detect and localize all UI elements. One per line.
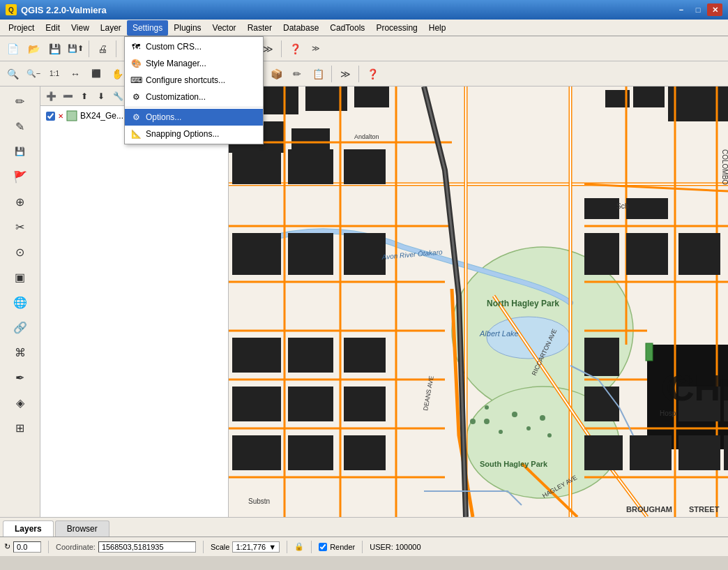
svg-rect-59 (626, 198, 668, 219)
move-layer-up-button[interactable]: ⬆ (77, 89, 92, 104)
tab-layers[interactable]: Layers (3, 520, 54, 537)
tab-browser[interactable]: Browser (55, 520, 109, 537)
svg-rect-44 (288, 149, 333, 184)
save-edits-button[interactable]: 💾 (8, 140, 32, 163)
attribute-table-button[interactable]: 📋 (308, 64, 328, 84)
menu-separator (125, 107, 263, 107)
menu-raster[interactable]: Raster (242, 20, 278, 36)
svg-point-72 (499, 430, 503, 434)
text-tool-button[interactable]: ✒ (8, 366, 32, 389)
svg-rect-46 (232, 233, 281, 275)
menu-layer[interactable]: Layer (95, 20, 127, 36)
svg-point-74 (526, 426, 531, 430)
svg-point-75 (540, 415, 545, 421)
svg-rect-0 (67, 111, 77, 121)
move-layer-down-button[interactable]: ⬇ (93, 89, 109, 104)
menu-view[interactable]: View (66, 20, 95, 36)
style-manager-icon: 🎨 (130, 58, 142, 69)
menu-customization[interactable]: ⚙ Customization... (125, 89, 263, 105)
svg-rect-61 (626, 233, 668, 275)
lock-icon[interactable]: 🔒 (294, 542, 304, 551)
svg-text:South Hagley Park: South Hagley Park (480, 460, 548, 468)
svg-point-76 (547, 433, 552, 437)
coordinate-label: Coordinate: (56, 543, 96, 551)
open-project-button[interactable]: 📂 (24, 39, 43, 59)
separator-1 (89, 40, 89, 57)
svg-text:BROUGHAM: BROUGHAM (626, 505, 672, 513)
menu-options[interactable]: ⚙ Options... (125, 109, 263, 126)
layer-more-button[interactable]: ≫ (335, 64, 355, 84)
cmd-button[interactable]: ⌘ (8, 340, 32, 364)
split-button[interactable]: ✂ (8, 215, 32, 239)
layer-visibility-check[interactable] (46, 112, 55, 121)
svg-point-73 (512, 412, 517, 417)
toolbar-main: 📄 📂 💾 💾⬆ 🖨 ↩ ↪ ⚙ ℹ ↖ 📏 ≫ ❓ ≫ (0, 36, 728, 61)
menu-style-manager[interactable]: 🎨 Style Manager... (125, 55, 263, 72)
svg-text:Substn: Substn (248, 497, 270, 505)
menu-cadtools[interactable]: CadTools (324, 20, 370, 36)
edit-tool-button[interactable]: ✏ (8, 89, 32, 113)
svg-rect-79 (646, 343, 653, 361)
link-button[interactable]: 🔗 (8, 315, 32, 339)
snapping-icon: 📐 (130, 128, 142, 140)
tab-bar: Layers Browser (0, 517, 728, 537)
layer-options-button[interactable]: 🔧 (110, 89, 126, 104)
zoom-actual-button[interactable]: 1:1 (45, 64, 64, 84)
menu-project[interactable]: Project (3, 20, 40, 36)
zoom-fit-button[interactable]: ↔ (66, 64, 85, 84)
menu-settings[interactable]: Settings (127, 20, 168, 36)
menu-edit[interactable]: Edit (40, 20, 66, 36)
new-project-button[interactable]: 📄 (3, 39, 22, 59)
menu-custom-crs[interactable]: 🗺 Custom CRS... (125, 38, 263, 55)
zoom-out-button[interactable]: 🔍− (24, 64, 43, 84)
print-button[interactable]: 🖨 (93, 39, 112, 59)
map-area[interactable]: CHR (229, 87, 728, 517)
map-help-button[interactable]: ❓ (363, 64, 382, 84)
svg-rect-52 (232, 387, 281, 421)
style-tool-button[interactable]: ◈ (8, 391, 32, 414)
toolbar-map: 🔍 🔍− 1:1 ↔ ⬛ ✋ ⬅ ➡ 🔄 ℹ 📏 📐 📦 ✏ 📋 ≫ ❓ (0, 61, 728, 87)
menu-help[interactable]: Help (423, 20, 452, 36)
add-layer-button[interactable]: ➕ (43, 89, 59, 104)
help-button[interactable]: ❓ (285, 39, 305, 59)
add-point-button[interactable]: ⊕ (8, 190, 32, 213)
menu-plugins[interactable]: Plugins (168, 20, 206, 36)
close-button[interactable]: ✕ (707, 3, 722, 16)
minimize-button[interactable]: − (674, 3, 689, 16)
reshape-button[interactable]: ⊙ (8, 240, 32, 264)
scale-combo[interactable]: 1:21,776 ▼ (232, 541, 280, 553)
status-sep-3 (287, 541, 287, 553)
svg-rect-48 (344, 233, 386, 275)
menu-database[interactable]: Database (278, 20, 324, 36)
select-region-button[interactable]: ▣ (8, 265, 32, 289)
add-feature-button[interactable]: 🚩 (8, 165, 32, 188)
coordinate-input[interactable] (98, 541, 196, 553)
grid-tool-button[interactable]: ⊞ (8, 416, 32, 440)
svg-rect-47 (288, 233, 333, 275)
scale-dropdown-icon[interactable]: ▼ (268, 543, 276, 551)
remove-layer-button[interactable]: ➖ (60, 89, 75, 104)
zoom-select-button[interactable]: ⬛ (86, 64, 106, 84)
render-checkbox[interactable] (319, 543, 327, 551)
save-project-button[interactable]: 💾 (45, 39, 64, 59)
globe-button[interactable]: 🌐 (8, 290, 32, 314)
more2-button[interactable]: ≫ (306, 39, 326, 59)
node-tool-button[interactable]: ✎ (8, 114, 32, 138)
save-as-button[interactable]: 💾⬆ (66, 39, 85, 59)
separator-5 (281, 40, 282, 57)
zoom-in-button[interactable]: 🔍 (3, 64, 22, 84)
menu-snapping[interactable]: 📐 Snapping Options... (125, 126, 263, 142)
layer-close-icon[interactable]: ✕ (58, 112, 63, 120)
menu-configure-shortcuts[interactable]: ⌨ Configure shortcuts... (125, 72, 263, 89)
window-controls: − □ ✕ (674, 3, 722, 16)
menu-vector[interactable]: Vector (207, 20, 242, 36)
deselect-button[interactable]: ✏ (287, 64, 307, 84)
select-all-button[interactable]: 📦 (266, 64, 286, 84)
svg-rect-53 (288, 387, 333, 421)
sidebar-tools: ✏ ✎ 💾 🚩 ⊕ ✂ ⊙ ▣ 🌐 🔗 ⌘ ✒ ◈ ⊞ (0, 87, 40, 517)
menu-processing[interactable]: Processing (370, 20, 423, 36)
svg-rect-6 (291, 128, 330, 153)
maximize-button[interactable]: □ (690, 3, 706, 16)
scale-value: 1:21,776 (236, 543, 266, 551)
rotation-input[interactable] (13, 541, 41, 553)
